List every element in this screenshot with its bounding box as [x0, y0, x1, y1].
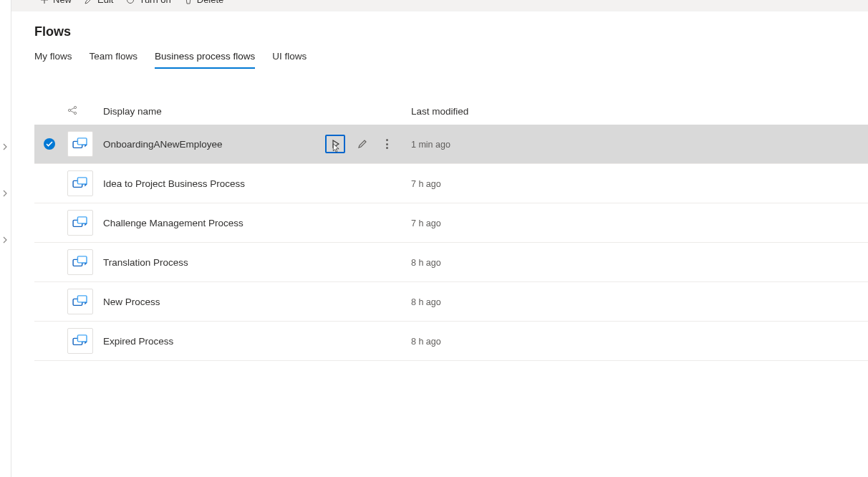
row-name[interactable]: Expired Process	[103, 336, 325, 347]
flow-icon	[67, 170, 93, 196]
left-gutter	[0, 0, 11, 477]
tab-strip: My flows Team flows Business process flo…	[34, 51, 868, 69]
chevron-icon	[1, 190, 9, 197]
svg-point-0	[127, 0, 134, 4]
gutter-chevrons	[1, 143, 9, 244]
flow-icon	[67, 210, 93, 236]
delete-label: Delete	[197, 0, 224, 4]
row-icon-cell	[64, 249, 103, 275]
run-button[interactable]	[325, 135, 345, 153]
header-share-col	[64, 105, 103, 117]
chevron-icon	[1, 143, 9, 150]
row-name-text: New Process	[103, 297, 160, 307]
power-icon	[126, 0, 135, 4]
row-select[interactable]	[34, 138, 64, 150]
checkmark-icon	[44, 138, 55, 150]
table-row[interactable]: Expired Process8 h ago	[34, 322, 868, 361]
flow-icon	[67, 289, 93, 314]
chevron-icon	[1, 236, 9, 244]
page-title: Flows	[34, 24, 868, 39]
row-modified: 7 h ago	[411, 218, 868, 228]
flow-icon	[67, 328, 93, 354]
row-name-text: OnboardingANewEmployee	[103, 139, 223, 150]
row-icon-cell	[64, 170, 103, 196]
table-row[interactable]: OnboardingANewEmployee1 min ago	[34, 125, 868, 164]
tab-business-process-flows[interactable]: Business process flows	[155, 51, 255, 69]
edit-row-button[interactable]	[352, 135, 372, 153]
row-name[interactable]: Challenge Management Process	[103, 218, 325, 228]
table-row[interactable]: Idea to Project Business Process7 h ago	[34, 164, 868, 203]
table-row[interactable]: Challenge Management Process7 h ago	[34, 203, 868, 243]
row-icon-cell	[64, 210, 103, 236]
row-modified-text: 7 h ago	[411, 218, 441, 228]
row-name[interactable]: New Process	[103, 297, 325, 307]
row-name[interactable]: OnboardingANewEmployee	[103, 139, 325, 150]
row-modified: 1 min ago	[411, 139, 868, 150]
table-row[interactable]: New Process8 h ago	[34, 282, 868, 322]
tab-team-flows[interactable]: Team flows	[90, 51, 138, 69]
edit-label: Edit	[97, 0, 113, 4]
content-area: Flows My flows Team flows Business proce…	[11, 11, 868, 477]
command-bar: New Edit Turn on Delete	[11, 0, 868, 11]
row-icon-cell	[64, 131, 103, 157]
row-name-text: Idea to Project Business Process	[103, 178, 245, 189]
header-display-name[interactable]: Display name	[103, 106, 325, 117]
row-modified: 8 h ago	[411, 297, 868, 307]
row-icon-cell	[64, 328, 103, 354]
more-actions-button[interactable]	[380, 135, 394, 153]
edit-button[interactable]: Edit	[85, 0, 113, 4]
delete-button[interactable]: Delete	[184, 0, 224, 4]
new-button[interactable]: New	[40, 0, 72, 4]
tab-my-flows[interactable]: My flows	[34, 51, 72, 69]
new-label: New	[53, 0, 72, 4]
row-modified-text: 7 h ago	[411, 179, 441, 189]
turn-on-label: Turn on	[139, 0, 170, 4]
row-name[interactable]: Idea to Project Business Process	[103, 178, 325, 189]
row-name-text: Expired Process	[103, 336, 173, 347]
cursor-icon	[332, 143, 342, 153]
trash-icon	[184, 0, 193, 4]
flow-icon	[67, 249, 93, 275]
pencil-icon	[85, 0, 93, 4]
row-modified: 8 h ago	[411, 257, 868, 268]
row-name-text: Challenge Management Process	[103, 218, 243, 228]
row-name-text: Translation Process	[103, 257, 188, 268]
row-modified: 7 h ago	[411, 178, 868, 189]
header-last-modified[interactable]: Last modified	[411, 106, 868, 117]
pencil-icon	[357, 139, 367, 149]
plus-icon	[40, 0, 49, 4]
row-modified-text: 8 h ago	[411, 337, 441, 347]
share-icon	[67, 105, 77, 117]
table-row[interactable]: Translation Process8 h ago	[34, 243, 868, 282]
row-modified-text: 8 h ago	[411, 297, 441, 307]
row-icon-cell	[64, 289, 103, 314]
row-modified-text: 1 min ago	[411, 140, 450, 150]
table-header: Display name Last modified	[34, 98, 868, 125]
row-modified: 8 h ago	[411, 336, 868, 347]
tab-ui-flows[interactable]: UI flows	[272, 51, 307, 69]
turn-on-button[interactable]: Turn on	[126, 0, 170, 4]
flows-table: Display name Last modified OnboardingANe…	[34, 98, 868, 361]
row-modified-text: 8 h ago	[411, 258, 441, 268]
row-name[interactable]: Translation Process	[103, 257, 325, 268]
flow-icon	[67, 131, 93, 157]
row-actions	[325, 135, 411, 153]
